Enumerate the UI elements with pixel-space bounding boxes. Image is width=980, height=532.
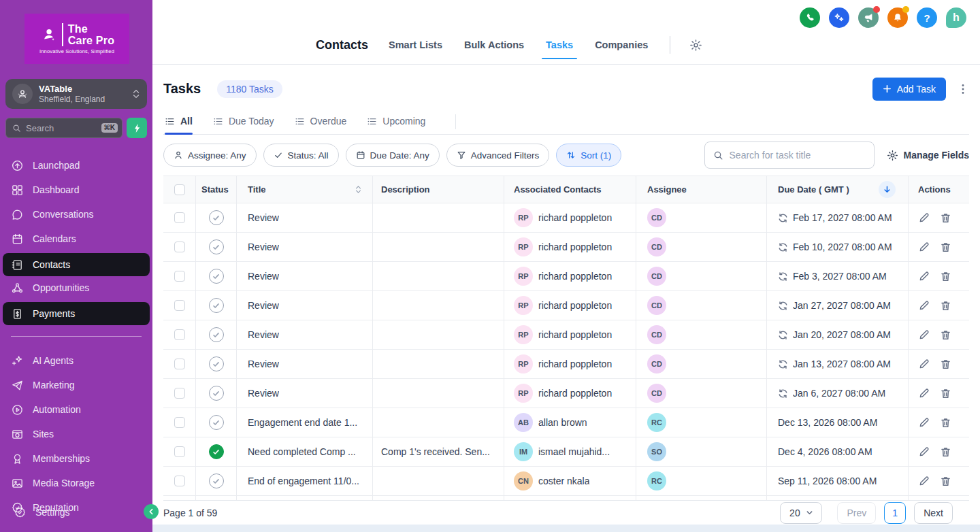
tab-bulk-actions[interactable]: Bulk Actions (463, 33, 525, 56)
task-status-icon[interactable] (209, 473, 224, 488)
row-checkbox[interactable] (174, 476, 185, 486)
sidebar-item-media-storage[interactable]: Media Storage (3, 473, 150, 493)
highlevel-button[interactable]: h (946, 7, 966, 28)
contact-name[interactable]: allan brown (538, 417, 587, 428)
sidebar-item-settings[interactable]: Settings (5, 502, 147, 522)
contact-name[interactable]: richard poppleton (538, 300, 612, 311)
manage-fields-button[interactable]: Manage Fields (887, 150, 969, 161)
contact-name[interactable]: richard poppleton (538, 388, 612, 399)
tab-smart-lists[interactable]: Smart Lists (387, 33, 444, 56)
tab-companies[interactable]: Companies (593, 33, 649, 56)
task-title[interactable]: Need completed Comp ... (248, 446, 356, 457)
contact-name[interactable]: coster nkala (538, 476, 589, 486)
edit-task-icon[interactable] (918, 359, 930, 370)
edit-task-icon[interactable] (918, 271, 930, 282)
more-options-icon[interactable] (957, 83, 969, 95)
delete-task-icon[interactable] (940, 417, 951, 429)
sidebar-item-dashboard[interactable]: Dashboard (3, 180, 150, 200)
quick-actions-button[interactable] (127, 118, 147, 138)
gear-icon[interactable] (689, 39, 702, 52)
filter-advanced-filters[interactable]: Advanced Filters (446, 144, 550, 167)
sidebar-item-payments[interactable]: Payments (3, 302, 150, 325)
filter-assignee-any[interactable]: Assignee: Any (163, 144, 257, 167)
task-title[interactable]: Engagement end date 1... (248, 417, 357, 428)
contact-name[interactable]: richard poppleton (538, 329, 612, 340)
page-size-select[interactable]: 20 (780, 502, 822, 524)
sidebar-item-marketing[interactable]: Marketing (3, 375, 150, 395)
task-title[interactable]: Review (248, 300, 279, 311)
filter-sort-1-[interactable]: Sort (1) (556, 144, 621, 167)
task-status-icon[interactable] (209, 415, 224, 430)
row-checkbox[interactable] (174, 242, 185, 252)
sparkles-button[interactable] (829, 7, 849, 28)
task-title[interactable]: Review (248, 359, 279, 369)
next-page-button[interactable]: Next (914, 502, 953, 524)
row-checkbox[interactable] (174, 300, 185, 311)
task-status-icon[interactable] (209, 210, 224, 225)
delete-task-icon[interactable] (940, 388, 951, 399)
row-checkbox[interactable] (174, 359, 185, 369)
sidebar-item-contacts[interactable]: Contacts (3, 253, 150, 276)
task-status-icon[interactable] (209, 269, 224, 284)
row-checkbox[interactable] (174, 212, 185, 223)
location-switcher[interactable]: VATable Sheffield, England (5, 79, 147, 109)
task-status-icon[interactable] (209, 386, 224, 401)
contact-name[interactable]: ismael mujahid... (538, 446, 610, 457)
task-title[interactable]: Review (248, 242, 279, 252)
task-title[interactable]: Review (248, 212, 279, 223)
edit-task-icon[interactable] (918, 446, 930, 458)
task-status-icon[interactable] (209, 298, 224, 313)
sort-updown-icon[interactable] (354, 184, 363, 195)
tab-tasks[interactable]: Tasks (544, 33, 574, 56)
delete-task-icon[interactable] (940, 271, 951, 282)
task-title[interactable]: Review (248, 329, 279, 340)
task-status-icon[interactable] (209, 327, 224, 342)
contact-name[interactable]: richard poppleton (538, 242, 612, 252)
filter-due-date-any[interactable]: Due Date: Any (346, 144, 440, 167)
view-tab-overdue[interactable]: Overdue (295, 116, 347, 134)
megaphone-button[interactable] (858, 7, 879, 28)
sidebar-item-launchpad[interactable]: Launchpad (3, 155, 150, 176)
current-page-button[interactable]: 1 (884, 502, 906, 524)
view-tab-all[interactable]: All (165, 116, 193, 134)
row-checkbox[interactable] (174, 329, 185, 340)
task-title[interactable]: Review (248, 388, 279, 399)
edit-task-icon[interactable] (918, 476, 930, 487)
phone-button[interactable] (800, 7, 820, 28)
add-task-button[interactable]: Add Task (872, 78, 946, 101)
edit-task-icon[interactable] (918, 212, 930, 224)
edit-task-icon[interactable] (918, 388, 930, 399)
view-tab-due-today[interactable]: Due Today (213, 116, 274, 134)
sidebar-collapse-button[interactable] (144, 504, 159, 519)
help-button[interactable]: ? (917, 7, 937, 28)
bell-button[interactable] (887, 7, 908, 28)
delete-task-icon[interactable] (940, 446, 951, 458)
contact-name[interactable]: richard poppleton (538, 212, 612, 223)
delete-task-icon[interactable] (940, 359, 951, 370)
sidebar-item-ai-agents[interactable]: AI Agents (3, 350, 150, 371)
contact-name[interactable]: richard poppleton (538, 271, 612, 282)
edit-task-icon[interactable] (918, 417, 930, 429)
sidebar-search-input[interactable]: Search ⌘K (5, 118, 122, 138)
delete-task-icon[interactable] (940, 212, 951, 224)
sidebar-item-automation[interactable]: Automation (3, 399, 150, 420)
row-checkbox[interactable] (174, 388, 185, 399)
sidebar-item-sites[interactable]: Sites (3, 424, 150, 444)
sidebar-item-opportunities[interactable]: Opportunities (3, 278, 150, 298)
task-status-icon[interactable] (209, 239, 224, 254)
due-date-sort-button[interactable] (879, 181, 896, 198)
prev-page-button[interactable]: Prev (837, 502, 876, 524)
row-checkbox[interactable] (174, 271, 185, 282)
delete-task-icon[interactable] (940, 300, 951, 312)
select-all-checkbox[interactable] (174, 184, 185, 195)
task-search-input[interactable]: Search for task title (704, 142, 875, 169)
delete-task-icon[interactable] (940, 329, 951, 341)
task-title[interactable]: End of engagement 11/0... (248, 476, 359, 486)
row-checkbox[interactable] (174, 417, 185, 428)
edit-task-icon[interactable] (918, 329, 930, 341)
sidebar-item-memberships[interactable]: Memberships (3, 448, 150, 469)
edit-task-icon[interactable] (918, 300, 930, 312)
task-status-icon[interactable] (209, 444, 224, 459)
delete-task-icon[interactable] (940, 476, 951, 487)
delete-task-icon[interactable] (940, 242, 951, 253)
